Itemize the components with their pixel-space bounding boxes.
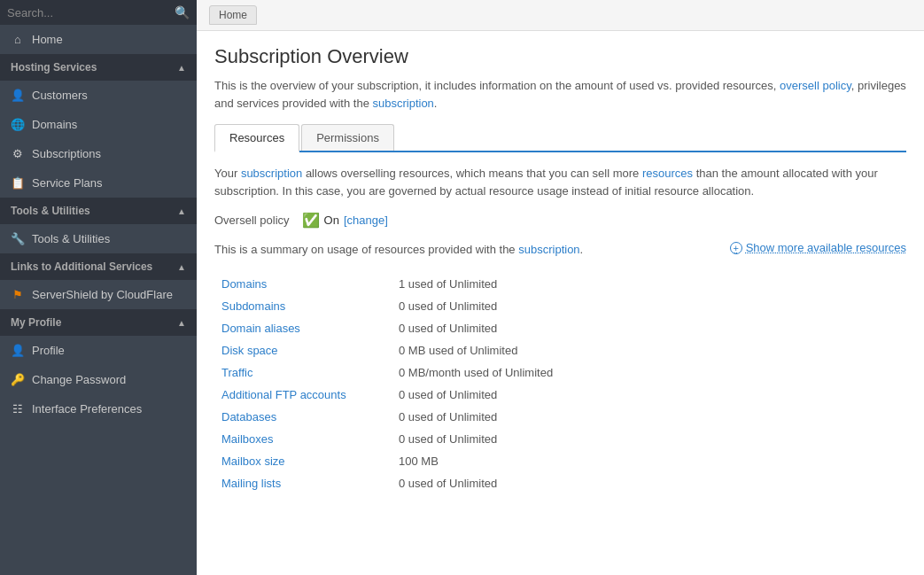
sidebar-item-tools-utilities[interactable]: 🔧 Tools & Utilities xyxy=(0,224,197,253)
show-more-text: Show more available resources xyxy=(746,241,906,254)
resource-name: Additional FTP accounts xyxy=(214,384,392,406)
resource-value: 100 MB xyxy=(392,450,906,472)
sidebar-section-hosting[interactable]: Hosting Services ▲ xyxy=(0,54,197,81)
tools-chevron-icon: ▲ xyxy=(177,206,186,216)
table-row: Mailbox size 100 MB xyxy=(214,450,906,472)
table-row: Subdomains 0 used of Unlimited xyxy=(214,295,906,317)
table-row: Additional FTP accounts 0 used of Unlimi… xyxy=(214,384,906,406)
subscription-link2[interactable]: subscription xyxy=(518,243,579,256)
page-title: Subscription Overview xyxy=(214,45,906,68)
table-row: Mailboxes 0 used of Unlimited xyxy=(214,428,906,450)
intro-link[interactable]: oversell policy xyxy=(780,79,851,92)
sidebar-tools-label: Tools & Utilities xyxy=(32,232,110,245)
summary-text: This is a summary on usage of resources … xyxy=(214,241,712,259)
tabs-container: Resources Permissions xyxy=(214,124,906,152)
show-more-container: + Show more available resources xyxy=(730,241,906,259)
resource-name: Databases xyxy=(214,406,392,428)
resources-summary: This is a summary on usage of resources … xyxy=(214,241,712,259)
sidebar-item-change-password[interactable]: 🔑 Change Password xyxy=(0,365,197,394)
sidebar-section-profile[interactable]: My Profile ▲ xyxy=(0,309,197,336)
sidebar-customers-label: Customers xyxy=(32,89,88,102)
intro-text: This is the overview of your subscriptio… xyxy=(214,77,906,112)
resource-value: 0 used of Unlimited xyxy=(392,317,906,339)
sidebar-item-servershield[interactable]: ⚑ ServerShield by CloudFlare xyxy=(0,280,197,309)
sidebar-service-plans-label: Service Plans xyxy=(32,176,102,190)
password-icon: 🔑 xyxy=(11,373,25,386)
resource-value: 0 used of Unlimited xyxy=(392,295,906,317)
resource-table: Domains 1 used of Unlimited Subdomains 0… xyxy=(214,273,906,494)
breadcrumb-bar: Home xyxy=(197,0,924,31)
sidebar-subscriptions-label: Subscriptions xyxy=(32,147,101,160)
resource-value: 0 used of Unlimited xyxy=(392,406,906,428)
sidebar-item-profile[interactable]: 👤 Profile xyxy=(0,336,197,365)
resource-name: Domains xyxy=(214,273,392,295)
resource-name: Mailbox size xyxy=(214,450,392,472)
sidebar-item-home[interactable]: ⌂ Home xyxy=(0,25,197,54)
resource-name: Subdomains xyxy=(214,295,392,317)
oversell-status: ✅ On [change] xyxy=(302,212,388,229)
main-content: Home Subscription Overview This is the o… xyxy=(197,0,924,575)
sidebar: 🔍 ⌂ Home Hosting Services ▲ 👤 Customers … xyxy=(0,0,197,575)
table-row: Domains 1 used of Unlimited xyxy=(214,273,906,295)
oversell-on-text: On xyxy=(324,214,339,227)
table-row: Traffic 0 MB/month used of Unlimited xyxy=(214,361,906,384)
sidebar-section-tools[interactable]: Tools & Utilities ▲ xyxy=(0,198,197,224)
sidebar-home-label: Home xyxy=(32,33,63,46)
home-icon: ⌂ xyxy=(11,33,25,46)
domains-icon: 🌐 xyxy=(11,118,25,131)
profile-chevron-icon: ▲ xyxy=(177,318,186,328)
sidebar-change-password-label: Change Password xyxy=(32,373,126,386)
content-area: Subscription Overview This is the overvi… xyxy=(197,31,924,575)
tab-description: Your subscription allows overselling res… xyxy=(214,165,906,199)
tab-resources[interactable]: Resources xyxy=(214,124,299,152)
hosting-chevron-icon: ▲ xyxy=(177,63,186,73)
sidebar-item-service-plans[interactable]: 📋 Service Plans xyxy=(0,168,197,198)
sidebar-item-interface-preferences[interactable]: ☷ Interface Preferences xyxy=(0,394,197,423)
table-row: Disk space 0 MB used of Unlimited xyxy=(214,339,906,361)
sidebar-domains-label: Domains xyxy=(32,118,77,131)
tab-permissions[interactable]: Permissions xyxy=(301,124,394,151)
tools-section-label: Tools & Utilities xyxy=(11,205,90,217)
resources-link[interactable]: resources xyxy=(642,167,693,180)
links-chevron-icon: ▲ xyxy=(177,262,186,272)
sidebar-section-links[interactable]: Links to Additional Services ▲ xyxy=(0,253,197,280)
oversell-change-link[interactable]: [change] xyxy=(344,214,388,227)
resource-name: Mailboxes xyxy=(214,428,392,450)
oversell-check-icon: ✅ xyxy=(302,212,320,229)
resource-name: Mailing lists xyxy=(214,472,392,494)
customers-icon: 👤 xyxy=(11,89,25,102)
show-more-link[interactable]: + Show more available resources xyxy=(730,241,906,254)
resource-value: 0 used of Unlimited xyxy=(392,428,906,450)
resource-name: Disk space xyxy=(214,339,392,361)
resource-value: 0 MB/month used of Unlimited xyxy=(392,361,906,384)
resource-value: 0 used of Unlimited xyxy=(392,472,906,494)
resource-value: 0 MB used of Unlimited xyxy=(392,339,906,361)
breadcrumb[interactable]: Home xyxy=(209,5,257,25)
intro-link2[interactable]: subscription xyxy=(372,97,433,110)
resource-name: Domain aliases xyxy=(214,317,392,339)
resources-section: This is a summary on usage of resources … xyxy=(214,241,906,259)
hosting-section-label: Hosting Services xyxy=(11,61,97,74)
subscription-link[interactable]: subscription xyxy=(241,167,302,180)
links-section-label: Links to Additional Services xyxy=(11,260,152,273)
sidebar-item-customers[interactable]: 👤 Customers xyxy=(0,81,197,110)
oversell-row: Oversell policy ✅ On [change] xyxy=(214,212,906,229)
search-input[interactable] xyxy=(7,6,175,19)
table-row: Domain aliases 0 used of Unlimited xyxy=(214,317,906,339)
tools-icon: 🔧 xyxy=(11,232,25,245)
oversell-label: Oversell policy xyxy=(214,214,290,227)
sidebar-item-domains[interactable]: 🌐 Domains xyxy=(0,110,197,139)
search-box: 🔍 xyxy=(0,0,197,25)
profile-icon: 👤 xyxy=(11,344,25,357)
service-plans-icon: 📋 xyxy=(11,176,25,190)
resource-value: 0 used of Unlimited xyxy=(392,384,906,406)
sidebar-profile-label: Profile xyxy=(32,344,65,357)
interface-icon: ☷ xyxy=(11,402,25,416)
subscriptions-icon: ⚙ xyxy=(11,147,25,160)
search-icon: 🔍 xyxy=(175,5,190,19)
resource-name: Traffic xyxy=(214,361,392,384)
profile-section-label: My Profile xyxy=(11,316,61,329)
sidebar-servershield-label: ServerShield by CloudFlare xyxy=(32,288,173,301)
plus-icon: + xyxy=(730,242,742,254)
sidebar-item-subscriptions[interactable]: ⚙ Subscriptions xyxy=(0,139,197,168)
